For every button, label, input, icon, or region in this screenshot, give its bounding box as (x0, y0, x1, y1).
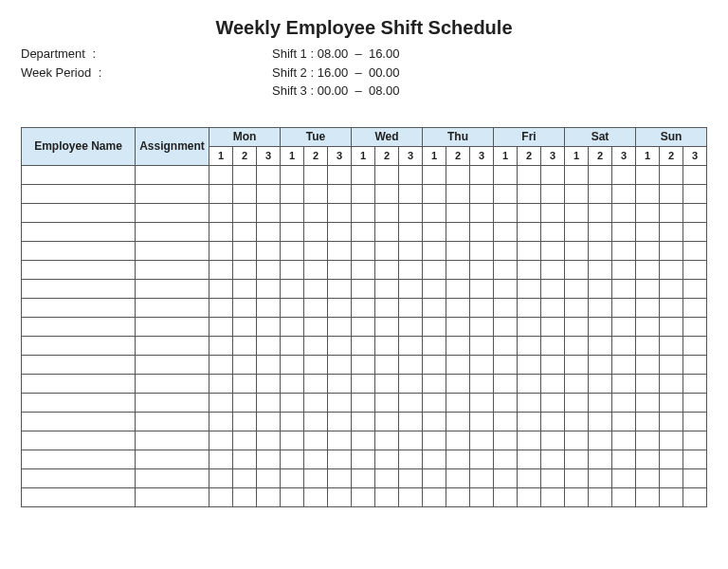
cell-shift[interactable] (375, 298, 399, 317)
cell-shift[interactable] (209, 450, 233, 468)
cell-shift[interactable] (352, 374, 375, 393)
cell-shift[interactable] (470, 450, 494, 468)
cell-shift[interactable] (209, 184, 233, 203)
cell-shift[interactable] (541, 317, 565, 336)
cell-shift[interactable] (660, 317, 683, 336)
cell-shift[interactable] (328, 260, 352, 279)
cell-shift[interactable] (446, 468, 470, 487)
cell-shift[interactable] (375, 279, 399, 298)
cell-shift[interactable] (518, 393, 541, 412)
cell-shift[interactable] (233, 412, 257, 431)
cell-shift[interactable] (233, 336, 257, 355)
cell-shift[interactable] (541, 374, 565, 393)
cell-shift[interactable] (660, 203, 683, 222)
cell-shift[interactable] (304, 412, 328, 431)
cell-shift[interactable] (470, 279, 494, 298)
cell-shift[interactable] (281, 317, 304, 336)
cell-shift[interactable] (470, 355, 494, 374)
cell-shift[interactable] (423, 412, 446, 431)
cell-shift[interactable] (352, 241, 375, 260)
cell-shift[interactable] (589, 317, 612, 336)
cell-shift[interactable] (375, 431, 399, 450)
cell-shift[interactable] (209, 260, 233, 279)
cell-shift[interactable] (589, 222, 612, 241)
cell-shift[interactable] (375, 355, 399, 374)
cell-shift[interactable] (281, 468, 304, 487)
cell-shift[interactable] (565, 279, 589, 298)
cell-shift[interactable] (257, 336, 281, 355)
cell-shift[interactable] (375, 222, 399, 241)
cell-shift[interactable] (660, 393, 683, 412)
cell-shift[interactable] (446, 355, 470, 374)
cell-shift[interactable] (352, 487, 375, 506)
cell-shift[interactable] (281, 412, 304, 431)
cell-shift[interactable] (470, 184, 494, 203)
cell-shift[interactable] (257, 222, 281, 241)
cell-shift[interactable] (304, 222, 328, 241)
cell-shift[interactable] (636, 203, 660, 222)
cell-shift[interactable] (612, 412, 636, 431)
cell-shift[interactable] (399, 487, 423, 506)
cell-shift[interactable] (565, 355, 589, 374)
cell-shift[interactable] (518, 241, 541, 260)
cell-shift[interactable] (565, 487, 589, 506)
cell-shift[interactable] (541, 165, 565, 184)
cell-shift[interactable] (233, 374, 257, 393)
cell-shift[interactable] (494, 279, 518, 298)
cell-shift[interactable] (304, 393, 328, 412)
cell-shift[interactable] (399, 165, 423, 184)
cell-shift[interactable] (423, 487, 446, 506)
cell-shift[interactable] (375, 260, 399, 279)
cell-assignment[interactable] (136, 222, 209, 241)
cell-shift[interactable] (494, 431, 518, 450)
cell-shift[interactable] (565, 374, 589, 393)
cell-employee[interactable] (22, 222, 136, 241)
cell-shift[interactable] (494, 374, 518, 393)
cell-shift[interactable] (375, 468, 399, 487)
cell-shift[interactable] (683, 279, 707, 298)
cell-shift[interactable] (612, 393, 636, 412)
cell-shift[interactable] (541, 222, 565, 241)
cell-shift[interactable] (494, 412, 518, 431)
cell-shift[interactable] (257, 468, 281, 487)
cell-shift[interactable] (612, 279, 636, 298)
cell-shift[interactable] (660, 165, 683, 184)
cell-shift[interactable] (281, 487, 304, 506)
cell-shift[interactable] (328, 298, 352, 317)
cell-shift[interactable] (328, 412, 352, 431)
cell-shift[interactable] (423, 468, 446, 487)
cell-shift[interactable] (352, 450, 375, 468)
cell-shift[interactable] (399, 468, 423, 487)
cell-assignment[interactable] (136, 412, 209, 431)
cell-shift[interactable] (565, 431, 589, 450)
cell-shift[interactable] (589, 412, 612, 431)
cell-shift[interactable] (304, 374, 328, 393)
cell-shift[interactable] (399, 336, 423, 355)
cell-shift[interactable] (612, 468, 636, 487)
cell-shift[interactable] (518, 298, 541, 317)
cell-shift[interactable] (209, 355, 233, 374)
cell-shift[interactable] (209, 374, 233, 393)
cell-assignment[interactable] (136, 298, 209, 317)
cell-shift[interactable] (683, 298, 707, 317)
cell-employee[interactable] (22, 279, 136, 298)
cell-shift[interactable] (304, 336, 328, 355)
cell-shift[interactable] (423, 184, 446, 203)
cell-shift[interactable] (660, 260, 683, 279)
cell-assignment[interactable] (136, 317, 209, 336)
cell-shift[interactable] (565, 336, 589, 355)
cell-shift[interactable] (660, 468, 683, 487)
cell-shift[interactable] (494, 355, 518, 374)
cell-shift[interactable] (304, 298, 328, 317)
cell-shift[interactable] (233, 468, 257, 487)
cell-shift[interactable] (660, 431, 683, 450)
cell-shift[interactable] (494, 393, 518, 412)
cell-shift[interactable] (352, 355, 375, 374)
cell-shift[interactable] (233, 184, 257, 203)
cell-shift[interactable] (304, 203, 328, 222)
cell-shift[interactable] (281, 165, 304, 184)
cell-shift[interactable] (304, 450, 328, 468)
cell-shift[interactable] (209, 393, 233, 412)
cell-shift[interactable] (304, 279, 328, 298)
cell-shift[interactable] (470, 260, 494, 279)
